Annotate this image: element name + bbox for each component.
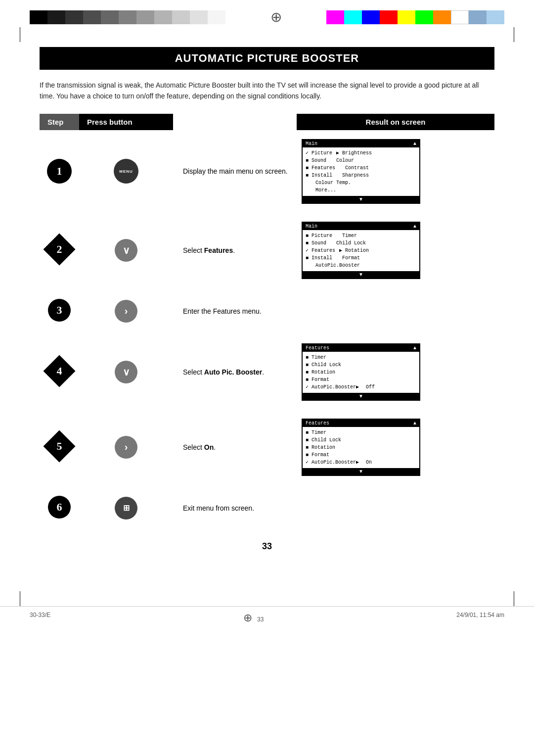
step-result-3: [297, 288, 494, 334]
screen-5-body: ■ Timer ■ Child Lock ■ Rotation ■ Format…: [303, 427, 419, 468]
step-button-3: ›: [79, 288, 173, 334]
step-diamond-5: 5: [46, 433, 73, 460]
step-button-2: ∨: [79, 213, 173, 288]
screen-4: Features▲ ■ Timer ■ Child Lock ■ Rotatio…: [302, 343, 420, 401]
grayscale-bar: [30, 10, 225, 24]
page-number: 33: [40, 541, 494, 552]
main-content: AUTOMATIC PICTURE BOOSTER If the transmi…: [0, 42, 534, 581]
header-press: Press button: [79, 114, 173, 130]
page-title-box: AUTOMATIC PICTURE BOOSTER: [40, 47, 494, 70]
step-result-4: Features▲ ■ Timer ■ Child Lock ■ Rotatio…: [297, 334, 494, 410]
step-number-1: 1: [40, 130, 79, 213]
center-crosshair: ⊕: [270, 9, 282, 25]
steps-table: Step Press button Result on screen 1 MEN…: [40, 114, 494, 531]
table-row: 5 › Select On. Features▲ ■ Timer ■ Child…: [40, 410, 494, 485]
footer-left: 30-33/E: [30, 612, 50, 624]
table-row: 2 ∨ Select Features. Main▲ ■ Picture Tim…: [40, 213, 494, 288]
margin-mark-bottom-left: [20, 591, 20, 606]
screen-2-body: ■ Picture Timer ■ Sound Child Lock ✓ Fea…: [303, 230, 419, 271]
step-button-5: ›: [79, 410, 173, 485]
step-desc-2: Select Features.: [173, 213, 297, 288]
footer-center: ⊕ 33: [243, 612, 264, 624]
arrow-right-button-5[interactable]: ›: [115, 436, 137, 459]
menu-button[interactable]: MENU: [114, 159, 138, 184]
screen-2: Main▲ ■ Picture Timer ■ Sound Child Lock…: [302, 222, 420, 279]
chevron-down-button[interactable]: ∨: [115, 239, 137, 262]
step-circle-6: 6: [46, 494, 73, 520]
header-result: Result on screen: [297, 114, 494, 130]
header-step: Step: [40, 114, 79, 130]
step-desc-4: Select Auto Pic. Booster.: [173, 334, 297, 410]
step-desc-1: Display the main menu on screen.: [173, 130, 297, 213]
step-result-2: Main▲ ■ Picture Timer ■ Sound Child Lock…: [297, 213, 494, 288]
step-desc-5: Select On.: [173, 410, 297, 485]
margin-mark-left: [20, 27, 20, 42]
screen-4-footer: ▼: [303, 393, 419, 400]
margin-mark-bottom-right: [514, 591, 514, 606]
step-diamond-4: 4: [46, 358, 73, 384]
page-footer: 30-33/E ⊕ 33 24/9/01, 11:54 am: [0, 606, 534, 629]
table-header: Step Press button Result on screen: [40, 114, 494, 130]
header-spacer: [173, 114, 297, 130]
screen-1-header: Main▲: [303, 140, 419, 147]
step-button-1: MENU: [79, 130, 173, 213]
step-result-6: [297, 485, 494, 531]
step-button-6: ⊞: [79, 485, 173, 531]
screen-5-header: Features▲: [303, 420, 419, 427]
step-number-4: 4: [40, 334, 79, 410]
chevron-down-button-4[interactable]: ∨: [115, 361, 137, 383]
step-circle-3: 3: [46, 297, 73, 324]
screen-2-footer: ▼: [303, 271, 419, 278]
screen-1: Main▲ ✓ Picture▶ Brightness ■ Sound Colo…: [302, 139, 420, 204]
step-number-6: 6: [40, 485, 79, 531]
step-desc-3: Enter the Features menu.: [173, 288, 297, 334]
step-desc-6: Exit menu from screen.: [173, 485, 297, 531]
exit-button[interactable]: ⊞: [115, 497, 137, 520]
step-number-3: 3: [40, 288, 79, 334]
margin-mark-right: [514, 27, 514, 42]
screen-5: Features▲ ■ Timer ■ Child Lock ■ Rotatio…: [302, 419, 420, 476]
step-number-5: 5: [40, 410, 79, 485]
step-result-1: Main▲ ✓ Picture▶ Brightness ■ Sound Colo…: [297, 130, 494, 213]
screen-1-body: ✓ Picture▶ Brightness ■ Sound Colour ■ F…: [303, 147, 419, 196]
footer-right: 24/9/01, 11:54 am: [456, 612, 504, 624]
arrow-right-button-3[interactable]: ›: [115, 300, 137, 323]
screen-5-footer: ▼: [303, 468, 419, 475]
top-bar-area: ⊕: [0, 0, 534, 25]
table-row: 4 ∨ Select Auto Pic. Booster. Features▲ …: [40, 334, 494, 410]
step-circle-1: 1: [47, 159, 72, 184]
screen-4-header: Features▲: [303, 344, 419, 352]
step-result-5: Features▲ ■ Timer ■ Child Lock ■ Rotatio…: [297, 410, 494, 485]
table-row: 1 MENU Display the main menu on screen. …: [40, 130, 494, 213]
step-number-2: 2: [40, 213, 79, 288]
screen-4-body: ■ Timer ■ Child Lock ■ Rotation ■ Format…: [303, 352, 419, 393]
table-row: 3 › Enter the Features menu.: [40, 288, 494, 334]
screen-2-header: Main▲: [303, 223, 419, 230]
color-bar: [326, 10, 504, 24]
screen-1-footer: ▼: [303, 196, 419, 203]
page-title: AUTOMATIC PICTURE BOOSTER: [49, 52, 485, 65]
table-row: 6 ⊞ Exit menu from screen.: [40, 485, 494, 531]
step-button-4: ∨: [79, 334, 173, 410]
intro-text: If the transmission signal is weak, the …: [40, 80, 494, 102]
step-diamond-2: 2: [46, 236, 73, 263]
